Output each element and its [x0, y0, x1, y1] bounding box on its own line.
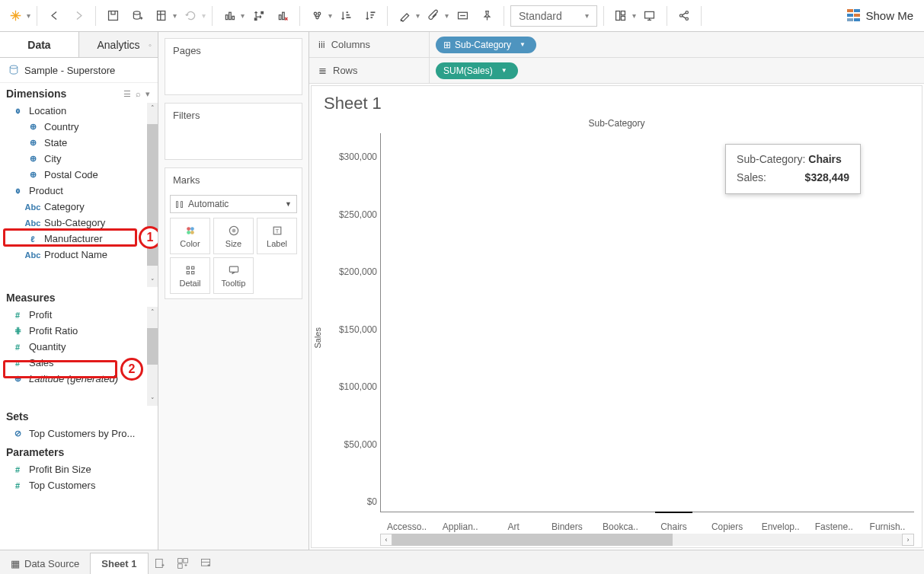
svg-rect-22: [622, 16, 625, 20]
datasource-row[interactable]: Sample - Superstore: [0, 58, 158, 83]
svg-point-28: [187, 227, 190, 231]
sort-asc-icon[interactable]: [335, 5, 356, 27]
back-button[interactable]: [43, 5, 65, 27]
parameters-header: Parameters: [0, 442, 158, 461]
svg-rect-37: [191, 266, 193, 269]
highlight-icon[interactable]: [394, 5, 415, 27]
chart-plot[interactable]: $0$50,000$100,000$150,000$200,000$250,00…: [330, 133, 914, 547]
logo-menu[interactable]: ▾: [27, 11, 30, 20]
field-product[interactable]: ៙Product: [0, 183, 158, 199]
svg-rect-44: [177, 564, 182, 569]
columns-pill-subcategory[interactable]: ⊞Sub-Category▼: [436, 37, 536, 53]
svg-point-10: [314, 12, 316, 14]
marks-size-button[interactable]: Size: [213, 218, 254, 254]
sheet-title[interactable]: Sheet 1: [312, 86, 922, 116]
svg-point-11: [318, 12, 320, 14]
new-dashboard-icon[interactable]: [171, 553, 194, 574]
analytics-gear-icon[interactable]: ◦: [149, 40, 152, 49]
new-datasource-icon[interactable]: [126, 5, 148, 27]
presentation-icon[interactable]: [639, 5, 660, 27]
svg-rect-8: [279, 15, 281, 20]
marks-type-selector[interactable]: ⫿⫿Automatic▼: [170, 195, 297, 213]
field-city[interactable]: ⊕City: [0, 151, 158, 167]
find-icon[interactable]: ⌕: [136, 89, 141, 99]
field-country[interactable]: ⊕Country: [0, 119, 158, 135]
field-profitratio[interactable]: ⋕Profit Ratio: [0, 323, 158, 339]
svg-point-24: [680, 14, 683, 17]
y-tick: $200,000: [339, 266, 377, 277]
marks-color-button[interactable]: Color: [170, 218, 210, 254]
swap-icon[interactable]: [219, 5, 240, 27]
field-set-topcust[interactable]: ⊘Top Customers by Pro...: [0, 426, 158, 442]
svg-point-27: [10, 65, 18, 69]
field-category[interactable]: AbcCategory: [0, 199, 158, 215]
field-param-binsize[interactable]: #Profit Bin Size: [0, 461, 158, 477]
svg-point-25: [686, 11, 688, 14]
showme-icon: [847, 9, 861, 23]
transpose-icon[interactable]: [248, 5, 269, 27]
rows-pill-sales[interactable]: SUM(Sales)▼: [436, 62, 518, 79]
svg-rect-6: [254, 18, 257, 21]
view-list-icon[interactable]: ☰: [123, 89, 131, 99]
data-pane: Data Analytics◦ Sample - Superstore Dime…: [0, 32, 158, 550]
field-location[interactable]: ៙Location: [0, 103, 158, 119]
x-label: Chairs: [647, 521, 700, 532]
share-icon[interactable]: [673, 5, 695, 27]
chart-axis-title-top: Sub-Category: [312, 116, 922, 129]
cards-icon[interactable]: [610, 5, 631, 27]
clear-sheet-icon[interactable]: [272, 5, 293, 27]
dimensions-list: ៙Location ⊕Country ⊕State ⊕City ⊕Postal …: [0, 103, 158, 287]
fit-selector[interactable]: Standard▾: [510, 5, 597, 27]
new-story-icon[interactable]: [194, 553, 217, 574]
x-label: Furnish..: [861, 521, 914, 532]
marks-detail-button[interactable]: Detail: [170, 257, 210, 294]
attach-icon[interactable]: [423, 5, 444, 27]
field-quantity[interactable]: #Quantity: [0, 339, 158, 355]
svg-point-33: [232, 228, 235, 232]
svg-rect-4: [229, 12, 231, 19]
tab-data[interactable]: Data: [0, 32, 78, 57]
sort-desc-icon[interactable]: [360, 5, 381, 27]
field-profit[interactable]: #Profit: [0, 307, 158, 323]
label-icon[interactable]: [452, 5, 473, 27]
pages-shelf[interactable]: Pages: [165, 38, 302, 95]
tab-sheet1[interactable]: Sheet 1: [91, 553, 148, 574]
new-worksheet-icon[interactable]: [149, 553, 171, 574]
marks-label-button[interactable]: TLabel: [257, 218, 297, 254]
x-label: Fastene..: [807, 521, 861, 532]
refresh-icon[interactable]: [180, 5, 201, 27]
new-sheet-icon[interactable]: [151, 5, 172, 27]
highlight-sales: [3, 360, 117, 378]
marks-tooltip-button[interactable]: Tooltip: [213, 257, 254, 294]
svg-rect-39: [191, 271, 193, 273]
field-productname[interactable]: AbcProduct Name: [0, 247, 158, 263]
horizontal-scrollbar[interactable]: ‹›: [380, 534, 914, 546]
x-label: Accesso..: [380, 521, 433, 532]
tab-datasource[interactable]: ▦Data Source: [0, 553, 91, 574]
x-label: Envelop..: [754, 521, 807, 532]
field-postal[interactable]: ⊕Postal Code: [0, 167, 158, 183]
svg-point-26: [686, 18, 688, 20]
measures-scrollbar[interactable]: ˄˅: [147, 307, 158, 406]
pin-icon[interactable]: [476, 5, 497, 27]
svg-rect-17: [370, 14, 373, 16]
y-tick: $250,000: [339, 209, 377, 220]
filters-shelf[interactable]: Filters: [165, 103, 302, 160]
x-label: Copiers: [701, 521, 754, 532]
svg-rect-16: [370, 11, 375, 13]
showme-button[interactable]: Show Me: [841, 9, 919, 23]
field-state[interactable]: ⊕State: [0, 135, 158, 151]
rows-shelf[interactable]: ≣Rows SUM(Sales)▼: [309, 58, 924, 84]
field-param-topcust[interactable]: #Top Customers: [0, 477, 158, 493]
group-icon[interactable]: [306, 5, 328, 27]
view-area: iiiColumns ⊞Sub-Category▼ ≣Rows SUM(Sale…: [309, 32, 924, 550]
save-icon[interactable]: [102, 5, 123, 27]
columns-shelf[interactable]: iiiColumns ⊞Sub-Category▼: [309, 32, 924, 58]
y-tick: $100,000: [339, 381, 377, 392]
dimensions-scrollbar[interactable]: ˄˅: [147, 103, 158, 287]
tab-analytics[interactable]: Analytics◦: [78, 32, 158, 57]
svg-rect-7: [261, 11, 263, 14]
forward-button[interactable]: [68, 5, 89, 27]
tableau-logo-icon[interactable]: [5, 5, 26, 27]
marks-card: Marks ⫿⫿Automatic▼ Color Size TLabel Det…: [165, 167, 302, 299]
